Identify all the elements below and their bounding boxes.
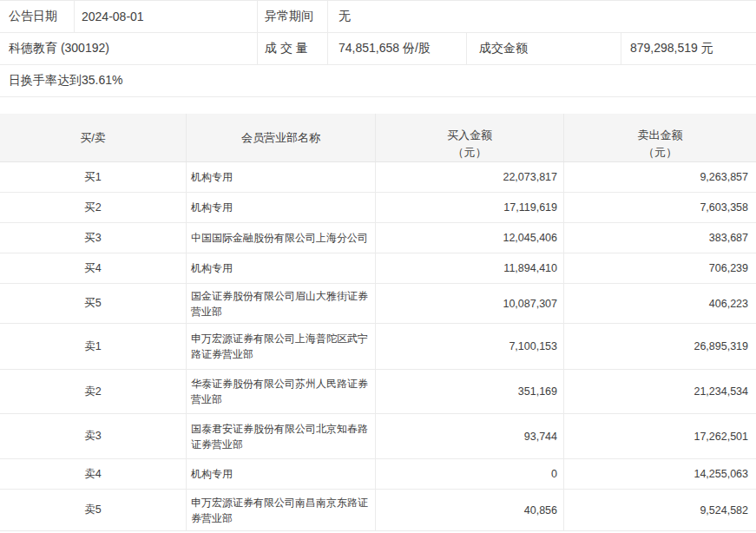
table-row: 卖2 华泰证券股份有限公司苏州人民路证券营业部 351,169 21,234,5… xyxy=(0,370,756,414)
broker-table: 买/卖 会员营业部名称 买入金额 （元） 卖出金额 （元） 买1 机构专用 22… xyxy=(0,114,756,531)
header-buy-amount: 买入金额 （元） xyxy=(376,114,564,161)
buy-amount-cell: 0 xyxy=(376,459,564,489)
rank-cell: 卖3 xyxy=(0,414,187,458)
abnormal-period-value: 无 xyxy=(328,1,756,32)
summary-row-note: 日换手率达到35.61% xyxy=(0,65,756,97)
sell-amount-cell: 7,603,358 xyxy=(564,193,756,222)
rank-cell: 买2 xyxy=(0,193,187,222)
summary-row-stock: 科德教育 (300192) 成 交 量 74,851,658 份/股 成交金额 … xyxy=(0,33,756,65)
branch-cell: 机构专用 xyxy=(187,162,376,192)
announce-date-value: 2024-08-01 xyxy=(75,1,258,32)
volume-label: 成 交 量 xyxy=(258,33,328,64)
sell-amount-cell: 17,262,501 xyxy=(564,414,756,458)
branch-cell: 国泰君安证券股份有限公司北京知春路证券营业部 xyxy=(187,414,376,458)
buy-amount-cell: 12,045,406 xyxy=(376,223,564,253)
sell-amount-cell: 14,255,063 xyxy=(564,459,756,489)
table-row: 买1 机构专用 22,073,817 9,263,857 xyxy=(0,162,756,193)
trade-detail-page: 公告日期 2024-08-01 异常期间 无 科德教育 (300192) 成 交… xyxy=(0,0,756,531)
table-row: 买2 机构专用 17,119,619 7,603,358 xyxy=(0,193,756,223)
buy-amount-cell: 22,073,817 xyxy=(376,162,564,192)
buy-amount-cell: 40,856 xyxy=(376,490,564,530)
rank-cell: 卖4 xyxy=(0,459,187,489)
sell-amount-cell: 406,223 xyxy=(564,284,756,323)
turnover-label: 成交金额 xyxy=(467,33,621,64)
header-sell-amount: 卖出金额 （元） xyxy=(564,114,756,161)
table-header-row: 买/卖 会员营业部名称 买入金额 （元） 卖出金额 （元） xyxy=(0,114,756,162)
buy-amount-cell: 7,100,153 xyxy=(376,324,564,369)
sell-amount-cell: 21,234,534 xyxy=(564,370,756,413)
table-row: 卖3 国泰君安证券股份有限公司北京知春路证券营业部 93,744 17,262,… xyxy=(0,414,756,459)
sell-amount-cell: 9,524,582 xyxy=(564,490,756,530)
sell-amount-cell: 706,239 xyxy=(564,253,756,283)
turnover-rate-note: 日换手率达到35.61% xyxy=(0,65,756,96)
announce-date-label: 公告日期 xyxy=(0,1,75,32)
volume-value: 74,851,658 份/股 xyxy=(328,33,467,64)
turnover-value: 879,298,519 元 xyxy=(621,33,756,64)
summary-row-date: 公告日期 2024-08-01 异常期间 无 xyxy=(0,1,756,33)
buy-amount-cell: 17,119,619 xyxy=(376,193,564,222)
rank-cell: 买1 xyxy=(0,162,187,192)
branch-cell: 华泰证券股份有限公司苏州人民路证券营业部 xyxy=(187,370,376,413)
branch-cell: 中国国际金融股份有限公司上海分公司 xyxy=(187,223,376,253)
stock-name: 科德教育 (300192) xyxy=(0,33,258,64)
sell-amount-cell: 26,895,319 xyxy=(564,324,756,369)
branch-cell: 机构专用 xyxy=(187,193,376,222)
buy-amount-cell: 93,744 xyxy=(376,414,564,458)
branch-cell: 机构专用 xyxy=(187,253,376,283)
header-branch-name: 会员营业部名称 xyxy=(187,114,376,161)
summary-table: 公告日期 2024-08-01 异常期间 无 科德教育 (300192) 成 交… xyxy=(0,0,756,97)
buy-amount-cell: 10,087,307 xyxy=(376,284,564,323)
table-row: 卖1 申万宏源证券有限公司上海普陀区武宁路证券营业部 7,100,153 26,… xyxy=(0,324,756,370)
rank-cell: 买4 xyxy=(0,253,187,283)
table-row: 买5 国金证券股份有限公司眉山大雅街证券营业部 10,087,307 406,2… xyxy=(0,284,756,324)
branch-cell: 国金证券股份有限公司眉山大雅街证券营业部 xyxy=(187,284,376,323)
rank-cell: 买5 xyxy=(0,284,187,323)
table-row: 卖4 机构专用 0 14,255,063 xyxy=(0,459,756,490)
rank-cell: 卖1 xyxy=(0,324,187,369)
buy-amount-cell: 351,169 xyxy=(376,370,564,413)
sell-amount-cell: 9,263,857 xyxy=(564,162,756,192)
rank-cell: 买3 xyxy=(0,223,187,253)
rank-cell: 卖5 xyxy=(0,490,187,530)
branch-cell: 申万宏源证券有限公司南昌南京东路证券营业部 xyxy=(187,490,376,530)
spacer xyxy=(0,97,756,114)
table-row: 买4 机构专用 11,894,410 706,239 xyxy=(0,253,756,284)
header-buy-sell: 买/卖 xyxy=(0,114,187,161)
table-row: 卖5 申万宏源证券有限公司南昌南京东路证券营业部 40,856 9,524,58… xyxy=(0,490,756,531)
branch-cell: 申万宏源证券有限公司上海普陀区武宁路证券营业部 xyxy=(187,324,376,369)
sell-amount-cell: 383,687 xyxy=(564,223,756,253)
rank-cell: 卖2 xyxy=(0,370,187,413)
table-row: 买3 中国国际金融股份有限公司上海分公司 12,045,406 383,687 xyxy=(0,223,756,253)
buy-amount-cell: 11,894,410 xyxy=(376,253,564,283)
branch-cell: 机构专用 xyxy=(187,459,376,489)
abnormal-period-label: 异常期间 xyxy=(258,1,328,32)
